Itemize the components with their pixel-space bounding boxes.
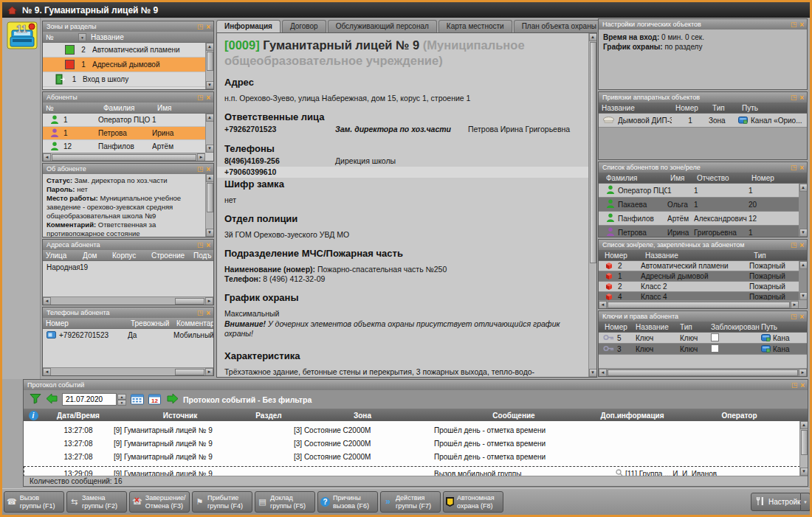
zones-col-num[interactable]: № <box>43 33 78 41</box>
abonents-col-last[interactable]: Фамилия <box>100 104 154 112</box>
scroll-left-icon[interactable]: ◄ <box>599 369 607 377</box>
blocked-checkbox[interactable] <box>711 333 719 341</box>
mobile-group-badge-icon[interactable]: 11 <box>7 21 38 49</box>
phones-panel-titlebar[interactable]: Телефоны абонента ◳ × <box>43 308 213 318</box>
event-row[interactable]: 13:27:08 [9] Гуманитарный лицей № 9 [3] … <box>24 437 808 450</box>
close-icon[interactable]: × <box>206 242 210 249</box>
addresses-col-stroenie[interactable]: Строение <box>148 251 190 260</box>
col-message[interactable]: Сообщение <box>431 412 593 420</box>
scroll-thumb[interactable] <box>608 302 790 308</box>
table-row[interactable]: +79262701523 Да Мобильный, ... <box>43 329 213 341</box>
date-spinner[interactable]: ▲▼ <box>117 394 126 406</box>
scroll-thumb[interactable] <box>590 42 596 263</box>
calendar-day-icon[interactable]: 12 <box>148 393 162 406</box>
spin-up-icon[interactable]: ▲ <box>117 394 126 400</box>
close-icon[interactable]: × <box>206 166 210 173</box>
settings-dropdown-icon[interactable]: ▼ <box>801 493 811 511</box>
zones-panel-titlebar[interactable]: Зоны и разделы ◳ × <box>43 21 213 32</box>
hardware-col-name[interactable]: Название <box>599 104 672 112</box>
tab-site-plan[interactable]: План объекта охраны <box>514 20 605 32</box>
close-icon[interactable]: × <box>206 310 210 316</box>
pin-icon[interactable]: ◳ <box>197 94 204 101</box>
phones-horizontal-scrollbar[interactable]: ◄ ► <box>43 367 213 375</box>
keys-horizontal-scrollbar[interactable]: ◄ ► <box>599 368 807 376</box>
scroll-right-icon[interactable]: ► <box>205 368 213 376</box>
pin-icon[interactable]: ◳ <box>197 241 204 249</box>
table-row[interactable]: 1 Адресный дымовой Пожарный <box>599 271 799 282</box>
addresses-col-house[interactable]: Дом <box>80 251 109 260</box>
close-icon[interactable]: × <box>799 242 804 249</box>
scroll-down-icon[interactable]: ▼ <box>799 292 808 300</box>
zones-vertical-scrollbar[interactable]: ▲ ▼ <box>205 43 213 89</box>
hardware-col-type[interactable]: Тип <box>709 104 739 112</box>
scroll-up-icon[interactable]: ▲ <box>206 114 214 122</box>
event-row-selected[interactable]: 13:29:09 [9] Гуманитарный лицей № 9 Вызо… <box>24 466 808 476</box>
scroll-right-icon[interactable]: ► <box>791 301 799 309</box>
table-row[interactable]: Панфилов Артём Александрович 12 <box>599 212 799 226</box>
tab-contract[interactable]: Договор <box>282 20 326 32</box>
pin-icon[interactable]: ◳ <box>197 23 204 30</box>
scroll-down-icon[interactable]: ▼ <box>206 229 214 237</box>
tab-information[interactable]: Информация <box>216 20 281 33</box>
table-row[interactable]: 5 Ключ Ключ Кана <box>599 333 807 344</box>
keys-col-blocked[interactable]: Заблокирован <box>711 323 761 331</box>
prev-day-icon[interactable] <box>46 393 58 406</box>
scroll-thumb[interactable] <box>175 298 204 305</box>
event-log-vertical-scrollbar[interactable]: ▲ ▼ <box>799 421 808 476</box>
close-icon[interactable]: × <box>799 94 804 101</box>
byzone-vertical-scrollbar[interactable]: ▲ ▼ <box>799 184 807 237</box>
keys-col-path[interactable]: Путь <box>761 323 807 331</box>
hardware-panel-titlebar[interactable]: Привязки аппаратных объектов ◳ × <box>599 92 807 103</box>
zonesab-col-num[interactable]: Номер <box>599 251 645 260</box>
event-log-titlebar[interactable]: Протокол событий ◳ × <box>24 380 808 390</box>
table-row[interactable]: 2 Автоматический пламени <box>43 43 213 58</box>
call-group-button[interactable]: ☎ Вызовгруппы (F1) <box>4 491 64 513</box>
zonesab-vertical-scrollbar[interactable]: ▲ ▼ <box>799 261 807 300</box>
pin-icon[interactable]: ◳ <box>197 165 204 173</box>
phones-col-alarm[interactable]: Тревожный <box>128 319 173 327</box>
byzone-col-num[interactable]: Номер <box>751 174 807 182</box>
scroll-right-icon[interactable]: ► <box>197 153 205 162</box>
pin-icon[interactable]: ◳ <box>791 241 797 249</box>
abonents-panel-titlebar[interactable]: Абоненты ◳ × <box>43 92 213 103</box>
scroll-thumb[interactable] <box>608 369 798 376</box>
keys-col-name[interactable]: Название <box>636 323 680 331</box>
filter-funnel-icon[interactable] <box>30 393 41 406</box>
scroll-down-icon[interactable]: ▼ <box>206 145 214 153</box>
addresses-horizontal-scrollbar[interactable]: ◄ ► <box>43 296 213 305</box>
table-row[interactable]: Петрова Ирина Григорьевна 1 <box>599 226 799 237</box>
zonesab-col-type[interactable]: Тип <box>754 251 807 260</box>
info-icon[interactable]: i <box>24 411 43 420</box>
event-row[interactable]: 13:27:08 [9] Гуманитарный лицей № 9 [3] … <box>24 423 808 437</box>
abonents-horizontal-scrollbar[interactable]: ◄ ► <box>43 153 205 161</box>
table-row[interactable]: 2 Класс 2 Пожарный <box>599 282 799 292</box>
finish-cancel-button[interactable]: ☎× Завершение/Отмена (F3) <box>129 491 190 513</box>
date-input[interactable] <box>62 393 117 406</box>
addresses-panel-titlebar[interactable]: Адреса абонента ◳ × <box>43 240 213 250</box>
zonesab-col-name[interactable]: Название <box>645 251 754 260</box>
table-row[interactable]: Дымовой ДИП-34 1 Зона Канал «Орио... <box>599 114 807 128</box>
scroll-thumb[interactable] <box>801 430 808 455</box>
scroll-thumb[interactable] <box>207 183 213 212</box>
scroll-thumb[interactable] <box>175 369 204 375</box>
table-row-selected[interactable]: 1 Петрова Ирина <box>43 127 205 140</box>
addresses-col-entrance[interactable]: Подъ <box>190 251 213 260</box>
pin-icon[interactable]: ◳ <box>791 21 797 28</box>
zonesab-panel-titlebar[interactable]: Список зон/реле, закреплённых за абонент… <box>599 240 807 250</box>
scroll-right-icon[interactable]: ► <box>205 297 213 305</box>
close-icon[interactable]: × <box>800 382 805 389</box>
table-row[interactable]: 1 Вход в школу <box>43 72 213 87</box>
call-reasons-button[interactable]: ? Причинывызова (F6) <box>317 491 378 513</box>
sort-arrow-icon[interactable]: ▼ <box>78 33 86 41</box>
about-vertical-scrollbar[interactable]: ▲ ▼ <box>205 174 213 237</box>
replace-group-button[interactable]: ⇆ Заменагруппы (F2) <box>66 491 127 513</box>
scroll-right-icon[interactable]: ► <box>799 369 807 377</box>
scroll-down-icon[interactable]: ▼ <box>800 468 808 476</box>
scroll-left-icon[interactable]: ◄ <box>43 368 51 376</box>
keys-col-type[interactable]: Тип <box>680 323 711 331</box>
abonents-col-first[interactable]: Имя <box>154 104 213 112</box>
keys-col-num[interactable]: Номер <box>599 323 636 331</box>
hardware-col-num[interactable]: Номер <box>672 104 709 112</box>
col-dopinfo[interactable]: Доп.информация <box>593 412 671 420</box>
abonents-vertical-scrollbar[interactable]: ▲ ▼ <box>205 114 213 153</box>
